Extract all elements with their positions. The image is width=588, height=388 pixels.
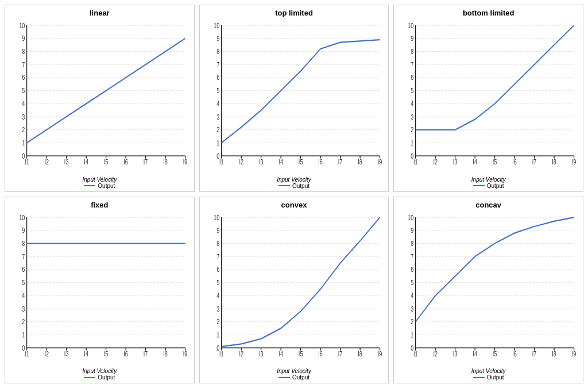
svg-text:1: 1 [411,139,414,147]
x-label-linear: Input Velocity [82,176,117,183]
svg-text:2: 2 [22,317,25,325]
chart-footer-concav: Input VelocityOutput [471,368,506,381]
svg-text:6: 6 [411,266,414,274]
svg-text:I6: I6 [318,350,323,358]
svg-text:8: 8 [411,48,414,56]
svg-text:9: 9 [411,34,414,43]
chart-area-concav: 012345678910I1I2I3I4I5I6I7I8I9 [397,210,579,367]
svg-text:I1: I1 [219,158,224,166]
svg-text:I8: I8 [358,158,362,166]
legend-line-fixed [84,377,95,378]
svg-text:7: 7 [411,60,414,68]
svg-text:I9: I9 [183,350,188,358]
svg-text:I7: I7 [144,158,148,166]
svg-text:I2: I2 [239,158,243,166]
svg-text:6: 6 [216,266,219,274]
x-label-concav: Input Velocity [471,368,506,374]
svg-text:3: 3 [216,305,219,313]
svg-text:9: 9 [216,34,219,43]
svg-text:I7: I7 [338,350,343,358]
svg-text:I6: I6 [318,158,323,166]
svg-text:I4: I4 [473,158,478,166]
svg-text:9: 9 [22,34,25,43]
svg-text:10: 10 [19,213,25,221]
x-label-convex: Input Velocity [277,368,311,374]
svg-text:4: 4 [216,291,219,299]
svg-text:I3: I3 [453,158,458,166]
svg-text:2: 2 [411,317,414,325]
svg-text:4: 4 [411,291,414,299]
chart-top-limited: top limited012345678910I1I2I3I4I5I6I7I8I… [199,5,389,192]
chart-title-fixed: fixed [91,201,108,209]
svg-text:8: 8 [22,239,25,247]
svg-text:I4: I4 [473,350,478,358]
legend-fixed: Output [84,374,115,381]
svg-text:I1: I1 [413,350,418,358]
svg-text:I3: I3 [259,158,264,166]
chart-footer-linear: Input VelocityOutput [82,176,117,189]
legend-convex: Output [278,374,310,381]
svg-text:8: 8 [411,239,414,247]
legend-label-linear: Output [98,183,115,189]
legend-line-linear [84,185,95,186]
svg-text:I3: I3 [259,350,264,358]
legend-label-fixed: Output [98,374,115,381]
svg-text:I2: I2 [239,350,243,358]
svg-text:4: 4 [216,100,219,108]
legend-line-concav [473,377,485,378]
svg-text:10: 10 [408,21,414,29]
svg-text:I4: I4 [84,158,88,166]
svg-text:8: 8 [216,48,219,56]
svg-text:I8: I8 [163,158,168,166]
svg-text:I9: I9 [572,350,577,358]
x-label-top-limited: Input Velocity [277,176,311,183]
legend-concav: Output [473,374,504,381]
svg-text:I5: I5 [299,158,303,166]
chart-convex: convex012345678910I1I2I3I4I5I6I7I8I9Inpu… [199,197,389,384]
svg-text:3: 3 [411,305,414,313]
svg-text:2: 2 [216,317,219,325]
svg-text:I2: I2 [434,350,438,358]
chart-area-convex: 012345678910I1I2I3I4I5I6I7I8I9 [203,210,385,367]
svg-text:1: 1 [22,331,25,339]
chart-title-concav: concav [475,201,501,209]
svg-text:2: 2 [411,126,414,134]
chart-area-top-limited: 012345678910I1I2I3I4I5I6I7I8I9 [203,18,385,175]
svg-text:I9: I9 [572,158,577,166]
svg-text:I9: I9 [378,158,382,166]
legend-line-bottom-limited [473,185,485,186]
svg-text:8: 8 [216,239,219,247]
chart-title-bottom-limited: bottom limited [463,9,514,17]
svg-text:I5: I5 [493,158,497,166]
svg-text:5: 5 [411,87,414,95]
x-label-bottom-limited: Input Velocity [471,176,506,183]
svg-text:I6: I6 [513,158,517,166]
svg-text:I4: I4 [84,350,88,358]
svg-text:I9: I9 [378,350,382,358]
chart-linear: linear012345678910I1I2I3I4I5I6I7I8I9Inpu… [5,5,195,192]
svg-text:7: 7 [22,252,25,260]
legend-line-convex [278,377,290,378]
svg-text:8: 8 [22,48,25,56]
svg-text:7: 7 [22,60,25,68]
svg-text:I1: I1 [25,158,29,166]
svg-text:I8: I8 [358,350,362,358]
svg-text:I9: I9 [183,158,188,166]
x-label-fixed: Input Velocity [82,368,117,374]
svg-text:10: 10 [19,21,25,29]
svg-text:7: 7 [411,252,414,260]
svg-text:I1: I1 [25,350,29,358]
chart-footer-top-limited: Input VelocityOutput [277,176,311,189]
chart-area-bottom-limited: 012345678910I1I2I3I4I5I6I7I8I9 [397,18,579,175]
svg-text:6: 6 [411,74,414,82]
legend-top-limited: Output [278,183,310,189]
svg-text:7: 7 [216,252,219,260]
chart-title-linear: linear [90,9,110,17]
svg-text:4: 4 [22,100,25,108]
svg-text:I5: I5 [104,158,109,166]
svg-text:I7: I7 [338,158,343,166]
chart-area-fixed: 012345678910I1I2I3I4I5I6I7I8I9 [9,210,191,367]
svg-text:6: 6 [216,74,219,82]
svg-text:5: 5 [22,87,25,95]
legend-label-convex: Output [292,374,310,381]
